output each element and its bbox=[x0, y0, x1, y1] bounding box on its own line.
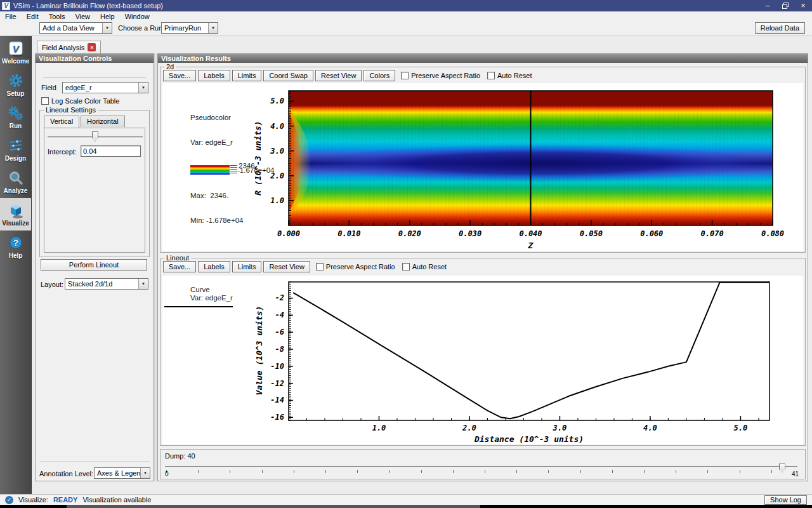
auto-reset-label: Auto Reset bbox=[497, 72, 532, 79]
legend-plot-type: Pseudocolor bbox=[190, 114, 292, 122]
preserve-aspect-ratio-checkbox[interactable] bbox=[401, 72, 409, 79]
chevron-down-icon: ▼ bbox=[138, 83, 148, 93]
field-label: Field bbox=[41, 84, 56, 91]
run-select[interactable]: PrimaryRun ▼ bbox=[161, 22, 218, 34]
reload-data-button[interactable]: Reload Data bbox=[755, 22, 805, 34]
svg-text:4.0: 4.0 bbox=[643, 424, 657, 432]
sidebar-item-analyze[interactable]: Analyze bbox=[0, 166, 31, 198]
log-scale-checkbox[interactable] bbox=[41, 97, 49, 105]
legend-min: Min: -1.678e+04 bbox=[190, 217, 292, 225]
tab-close-icon[interactable]: × bbox=[88, 43, 96, 51]
choose-run-label: Choose a Run: bbox=[118, 24, 164, 32]
reset-view-button[interactable]: Reset View bbox=[263, 261, 310, 272]
minimize-button[interactable]: – bbox=[759, 0, 776, 11]
vsim-window: V VSim - Laminar Brillouin Flow (text-ba… bbox=[0, 0, 812, 508]
intercept-slider-thumb[interactable] bbox=[92, 131, 98, 142]
lineout-settings-group: Lineout Settings VerticalHorizontalAdvan… bbox=[39, 110, 150, 257]
gears-icon bbox=[8, 105, 24, 122]
svg-text:-8: -8 bbox=[275, 345, 284, 354]
svg-text:0.070: 0.070 bbox=[701, 229, 724, 238]
layout-label: Layout: bbox=[41, 281, 63, 288]
status-message: Visualization available bbox=[82, 496, 151, 504]
svg-text:1.0: 1.0 bbox=[372, 424, 386, 432]
svg-text:?: ? bbox=[13, 237, 18, 247]
sidebar-item-help[interactable]: ? Help bbox=[0, 231, 31, 263]
question-icon: ? bbox=[8, 235, 24, 251]
lineout-settings-label: Lineout Settings bbox=[44, 106, 98, 114]
field-select[interactable]: edgeE_r ▼ bbox=[62, 82, 148, 93]
curve-legend-line bbox=[164, 306, 233, 307]
labels-button[interactable]: Labels bbox=[198, 261, 230, 272]
reset-view-button[interactable]: Reset View bbox=[315, 70, 362, 81]
menu-view[interactable]: View bbox=[70, 13, 95, 20]
dump-min-label: 0 bbox=[165, 471, 169, 478]
menu-help[interactable]: Help bbox=[95, 13, 120, 20]
menu-file[interactable]: File bbox=[0, 13, 22, 20]
legend-plot-type: Curve bbox=[190, 286, 210, 293]
svg-text:0.060: 0.060 bbox=[640, 229, 663, 238]
curve-legend: Curve Var: edgeE_r bbox=[162, 276, 245, 314]
labels-button[interactable]: Labels bbox=[198, 70, 230, 81]
sidebar-item-welcome[interactable]: V Welcome bbox=[0, 36, 31, 69]
sidebar-item-label: Setup bbox=[7, 90, 25, 97]
sidebar-item-design[interactable]: Design bbox=[0, 133, 31, 166]
y-axis-label-1d: Value (10^3 units) bbox=[254, 306, 264, 396]
controls-panel-title: Visualization Controls bbox=[36, 54, 154, 63]
intercept-slider[interactable] bbox=[48, 131, 143, 143]
annotation-level-select[interactable]: Axes & Legends ▼ bbox=[94, 467, 150, 479]
save-button[interactable]: Save... bbox=[163, 261, 196, 272]
group-2d-toolbar: Save... Labels Limits Coord Swap Reset V… bbox=[163, 70, 532, 81]
lineout-plot[interactable]: 1.02.03.04.05.0-2-4-6-8-10-12-14-16Dista… bbox=[162, 276, 803, 444]
auto-reset-checkbox[interactable] bbox=[402, 263, 410, 271]
sidebar-item-label: Visualize bbox=[2, 220, 29, 227]
menu-edit[interactable]: Edit bbox=[22, 13, 44, 20]
pseudocolor-plot[interactable]: 0.0000.0100.0200.0300.0400.0500.0600.070… bbox=[162, 83, 803, 251]
colorbar bbox=[190, 165, 230, 175]
svg-text:0.020: 0.020 bbox=[398, 229, 421, 238]
perform-lineout-button[interactable]: Perform Lineout bbox=[41, 259, 147, 271]
show-log-button[interactable]: Show Log bbox=[764, 495, 807, 505]
legend-var: Var: edgeE_r bbox=[190, 294, 233, 302]
sidebar-item-label: Analyze bbox=[4, 187, 28, 194]
svg-text:Z: Z bbox=[528, 241, 534, 250]
intercept-input[interactable] bbox=[81, 145, 141, 157]
gear-icon bbox=[8, 73, 24, 90]
sidebar-item-label: Welcome bbox=[2, 58, 30, 65]
coord-swap-button[interactable]: Coord Swap bbox=[263, 70, 313, 81]
app-icon-letter: V bbox=[4, 3, 8, 10]
layout-select[interactable]: Stacked 2d/1d ▼ bbox=[65, 278, 148, 290]
svg-text:-10: -10 bbox=[270, 362, 284, 371]
tab-horizontal[interactable]: Horizontal bbox=[81, 116, 125, 127]
svg-text:0.010: 0.010 bbox=[337, 229, 360, 238]
sidebar-item-run[interactable]: Run bbox=[0, 101, 31, 133]
add-data-view-select[interactable]: Add a Data View ▼ bbox=[39, 22, 112, 34]
sidebar-item-setup[interactable]: Setup bbox=[0, 69, 31, 101]
svg-text:-14: -14 bbox=[270, 396, 284, 404]
chevron-down-icon: ▼ bbox=[140, 468, 150, 478]
visualization-results-panel: Visualization Results 2d Save... Labels … bbox=[157, 53, 808, 481]
preserve-aspect-ratio-checkbox[interactable] bbox=[316, 263, 324, 271]
sidebar-item-visualize[interactable]: Visualize bbox=[0, 198, 31, 231]
svg-text:5.0: 5.0 bbox=[734, 424, 748, 432]
chevron-down-icon: ▼ bbox=[102, 23, 112, 33]
dump-slider-ticks bbox=[166, 470, 797, 473]
chevron-down-icon: ▼ bbox=[138, 279, 148, 289]
results-panel-title: Visualization Results bbox=[158, 54, 808, 63]
limits-button[interactable]: Limits bbox=[232, 70, 262, 81]
group-dump: Dump: 40 0 41 bbox=[160, 449, 806, 479]
save-button[interactable]: Save... bbox=[163, 70, 196, 81]
tab-vertical[interactable]: Vertical bbox=[44, 116, 79, 128]
svg-text:2.0: 2.0 bbox=[462, 424, 476, 432]
colors-button[interactable]: Colors bbox=[363, 70, 395, 81]
svg-text:Distance (10^-3 units): Distance (10^-3 units) bbox=[474, 434, 584, 444]
close-button[interactable]: × bbox=[794, 0, 812, 11]
dump-label: Dump: 40 bbox=[165, 452, 195, 460]
limits-button[interactable]: Limits bbox=[232, 261, 262, 272]
menu-tools[interactable]: Tools bbox=[44, 13, 70, 20]
maximize-button[interactable] bbox=[776, 0, 794, 11]
separator bbox=[39, 462, 150, 463]
tab-field-analysis[interactable]: Field Analysis × bbox=[37, 41, 101, 53]
auto-reset-checkbox[interactable] bbox=[487, 72, 495, 79]
menu-window[interactable]: Window bbox=[120, 13, 155, 20]
dump-slider[interactable]: 0 41 bbox=[165, 464, 797, 478]
